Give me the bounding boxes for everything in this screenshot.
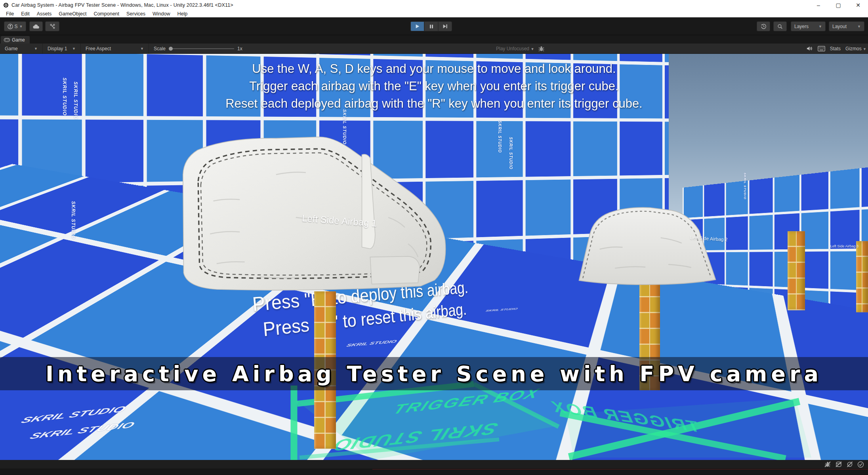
- search-button[interactable]: [773, 21, 787, 31]
- step-button[interactable]: [438, 21, 452, 31]
- instructions-line-3: Reset each deployed airbag with the "R" …: [0, 95, 868, 112]
- stats-button[interactable]: Stats: [830, 46, 841, 51]
- layers-label: Layers: [794, 24, 809, 29]
- chevron-down-icon: ▼: [19, 25, 23, 28]
- instructions-line-2: Trigger each airbag with the "E" key whe…: [0, 78, 868, 95]
- account-initial: S: [15, 24, 18, 29]
- instructions-line-1: Use the W, A, S, D keys and your mouse t…: [0, 60, 868, 78]
- play-button[interactable]: [410, 21, 424, 31]
- debugger-disabled-icon[interactable]: [824, 461, 831, 467]
- menu-gameobject[interactable]: GameObject: [55, 11, 90, 17]
- keyboard-icon[interactable]: [818, 46, 825, 51]
- render-target-label: Game: [5, 46, 18, 51]
- gizmos-dropdown[interactable]: Gizmos ▼: [845, 46, 866, 51]
- play-focus-dropdown[interactable]: Play Unfocused ▼: [496, 46, 534, 51]
- wall-brand-tag: SKRIL STUDIO: [71, 201, 76, 239]
- pause-icon: [429, 24, 434, 29]
- menu-edit[interactable]: Edit: [17, 11, 33, 17]
- menu-assets[interactable]: Assets: [33, 11, 55, 17]
- aspect-ratio-dropdown[interactable]: Free Aspect ▼: [81, 44, 149, 53]
- menu-file[interactable]: File: [2, 11, 17, 17]
- menu-services[interactable]: Services: [123, 11, 149, 17]
- unity-logo-icon: [3, 2, 9, 8]
- gizmos-label: Gizmos: [845, 46, 862, 51]
- wall-brand-tag: SKRIL STUDIO: [743, 173, 747, 200]
- tab-game[interactable]: Game: [1, 36, 30, 44]
- tab-game-label: Game: [12, 37, 25, 43]
- cloud-icon: [33, 24, 40, 29]
- render-target-dropdown[interactable]: Game ▼: [0, 44, 43, 53]
- display-dropdown[interactable]: Display 1 ▼: [43, 44, 81, 53]
- maximize-button[interactable]: ▢: [828, 0, 848, 10]
- trigger-box-left: TRIGGER BOX SKRIL STUDIO: [222, 380, 563, 460]
- game-viewport[interactable]: SKRIL STUDIO SKRIL STUDIO SKRIL STUDIO S…: [0, 54, 868, 460]
- search-icon: [777, 24, 783, 29]
- step-icon: [443, 24, 448, 29]
- progress-check-icon[interactable]: [857, 461, 864, 468]
- branch-icon: [50, 23, 55, 29]
- history-icon: [761, 23, 767, 29]
- chevron-down-icon: ▼: [863, 47, 866, 51]
- distant-pole-4: [856, 241, 868, 312]
- wall-brand-tag: SKRIL STUDIO: [498, 120, 502, 153]
- wall-brand-tag: SKRIL STUDIO: [509, 137, 513, 169]
- version-control-button[interactable]: [45, 21, 59, 31]
- play-focus-label: Play Unfocused: [496, 46, 529, 51]
- close-button[interactable]: ✕: [848, 0, 868, 10]
- instructions-text: Use the W, A, S, D keys and your mouse t…: [0, 60, 868, 112]
- person-icon: [8, 24, 13, 29]
- trigger-box-right: TRIGGER BOX: [558, 390, 868, 460]
- chevron-down-icon: ▼: [72, 47, 76, 51]
- account-button[interactable]: S ▼: [4, 21, 26, 31]
- cloud-button[interactable]: [29, 21, 43, 31]
- gamepad-icon: [4, 38, 10, 42]
- debug-bug-icon[interactable]: [538, 46, 545, 52]
- window-titlebar: Car Airbag System - Airbag FPV Tester Sc…: [0, 0, 868, 10]
- layers-dropdown[interactable]: Layers ▼: [791, 21, 826, 31]
- scale-label: Scale: [154, 46, 166, 51]
- banner-title: Interactive Airbag Tester Scene with FPV…: [46, 361, 822, 386]
- menu-help[interactable]: Help: [174, 11, 191, 17]
- pause-button[interactable]: [424, 21, 438, 31]
- window-title: Car Airbag System - Airbag FPV Tester Sc…: [11, 2, 233, 8]
- aspect-label: Free Aspect: [86, 46, 111, 51]
- play-icon: [415, 24, 420, 29]
- chevron-down-icon: ▼: [34, 47, 38, 51]
- minimize-button[interactable]: –: [809, 0, 828, 10]
- chevron-down-icon: ▼: [530, 47, 534, 51]
- scale-slider[interactable]: [169, 48, 234, 49]
- airbag-2: [572, 203, 723, 285]
- game-view-toolbar: Game ▼ Display 1 ▼ Free Aspect ▼ Scale 1…: [0, 44, 868, 54]
- layout-dropdown[interactable]: Layout ▼: [829, 21, 864, 31]
- cache-disabled-icon[interactable]: [835, 461, 842, 467]
- scale-control: Scale 1x: [149, 46, 247, 51]
- scale-slider-handle[interactable]: [169, 47, 173, 51]
- progress-hairline: [372, 469, 868, 469]
- tab-strip: Game: [0, 35, 868, 44]
- layout-label: Layout: [832, 24, 847, 29]
- distant-pole-3: [788, 231, 805, 310]
- play-controls: [410, 21, 452, 31]
- display-label: Display 1: [48, 46, 67, 51]
- menu-bar: File Edit Assets GameObject Component Se…: [0, 10, 868, 17]
- mute-audio-speaker-icon[interactable]: [806, 46, 813, 51]
- collab-disabled-icon[interactable]: [846, 461, 853, 467]
- menu-window[interactable]: Window: [149, 11, 174, 17]
- undo-history-button[interactable]: [757, 21, 770, 31]
- banner-overlay: Interactive Airbag Tester Scene with FPV…: [0, 357, 868, 390]
- chevron-down-icon: ▼: [857, 25, 861, 28]
- status-bar: [0, 460, 868, 469]
- bottom-strip: [0, 469, 868, 475]
- main-toolbar: S ▼: [0, 17, 868, 35]
- chevron-down-icon: ▼: [140, 47, 144, 51]
- menu-component[interactable]: Component: [90, 11, 123, 17]
- airbag-3-label: Left Side Airbag 3: [830, 244, 858, 248]
- chevron-down-icon: ▼: [818, 25, 822, 28]
- scale-value: 1x: [237, 46, 242, 51]
